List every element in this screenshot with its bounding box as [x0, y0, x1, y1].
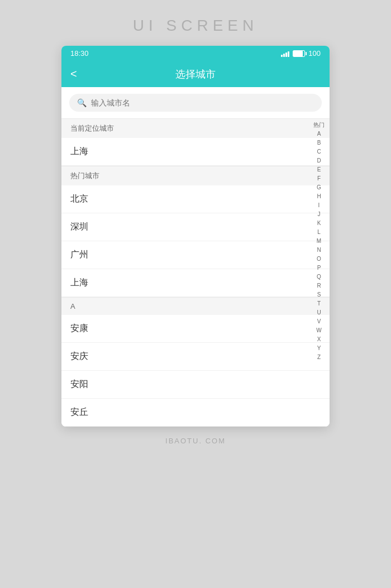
- search-input[interactable]: [91, 98, 314, 107]
- alpha-Z[interactable]: Z: [316, 353, 322, 361]
- status-time: 18:30: [70, 49, 89, 58]
- alpha-Y[interactable]: Y: [316, 344, 323, 352]
- alpha-F[interactable]: F: [316, 174, 322, 183]
- search-container: 🔍: [61, 87, 330, 118]
- battery-icon: [293, 50, 305, 57]
- phone-frame: 18:30 100 < 选择城市 🔍 当前定位城市 上海: [61, 46, 330, 427]
- alpha-W[interactable]: W: [314, 326, 323, 334]
- alpha-J[interactable]: J: [316, 210, 322, 218]
- list-item[interactable]: 广州: [61, 241, 330, 269]
- list-item[interactable]: 上海: [61, 138, 330, 166]
- alpha-G[interactable]: G: [315, 183, 323, 192]
- alpha-Q[interactable]: Q: [315, 273, 323, 281]
- alpha-L[interactable]: L: [316, 228, 322, 236]
- list-item[interactable]: 安康: [61, 315, 330, 343]
- alpha-I[interactable]: I: [317, 201, 322, 209]
- battery-level: 100: [308, 49, 321, 58]
- alpha-R[interactable]: R: [315, 281, 322, 290]
- status-right: 100: [281, 49, 321, 58]
- alpha-E[interactable]: E: [316, 165, 323, 174]
- list-item[interactable]: 深圳: [61, 213, 330, 241]
- search-icon: 🔍: [77, 98, 87, 107]
- alpha-K[interactable]: K: [316, 219, 323, 227]
- alpha-B[interactable]: B: [316, 138, 323, 147]
- alpha-X[interactable]: X: [316, 335, 323, 343]
- search-bar[interactable]: 🔍: [69, 94, 322, 112]
- signal-icon: [281, 50, 289, 57]
- page-title: UI SCREEN: [133, 17, 258, 35]
- list-item[interactable]: 北京: [61, 185, 330, 213]
- alpha-U[interactable]: U: [315, 308, 322, 317]
- alpha-N[interactable]: N: [315, 246, 322, 254]
- status-bar: 18:30 100: [61, 46, 330, 61]
- alpha-D[interactable]: D: [315, 156, 322, 165]
- alpha-A[interactable]: A: [316, 130, 323, 138]
- list-item[interactable]: 上海: [61, 269, 330, 297]
- app-header: < 选择城市: [61, 61, 330, 87]
- alpha-C[interactable]: C: [315, 147, 322, 156]
- alphabet-sidebar: 热门 A B C D E F G H I J K L M N O P Q R S…: [311, 118, 327, 364]
- alpha-H[interactable]: H: [315, 192, 322, 200]
- content-area: 当前定位城市 上海 热门城市 北京 深圳 广州 上海 A 安康 安庆 安阳 安丘…: [61, 118, 330, 427]
- section-header-hot: 热门城市: [61, 166, 330, 185]
- footer-text: IBAOTU. COM: [165, 437, 226, 445]
- alpha-T[interactable]: T: [316, 299, 322, 308]
- header-title: 选择城市: [175, 68, 216, 81]
- alpha-O[interactable]: O: [315, 255, 323, 263]
- section-header-current: 当前定位城市: [61, 118, 330, 138]
- alpha-V[interactable]: V: [316, 317, 323, 326]
- alpha-P[interactable]: P: [316, 264, 323, 272]
- list-item[interactable]: 安庆: [61, 343, 330, 371]
- alpha-S[interactable]: S: [316, 290, 323, 299]
- list-item[interactable]: 安丘: [61, 399, 330, 427]
- list-item[interactable]: 安阳: [61, 371, 330, 399]
- back-button[interactable]: <: [70, 68, 77, 80]
- alpha-hot[interactable]: 热门: [312, 121, 326, 129]
- section-header-a: A: [61, 297, 330, 315]
- alpha-M[interactable]: M: [315, 237, 323, 245]
